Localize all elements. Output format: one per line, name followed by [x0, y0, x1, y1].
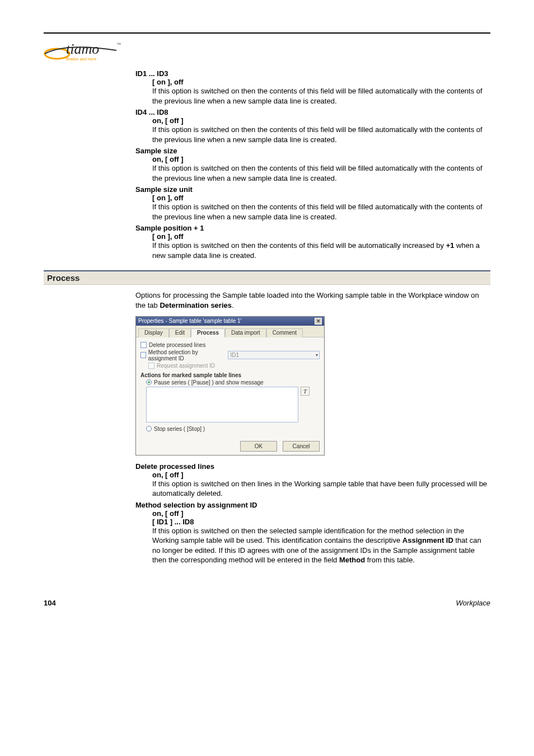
checkbox-delete-label: Delete processed lines — [149, 342, 205, 348]
def-term-sample-size-unit: Sample size unit — [135, 185, 490, 194]
radio-stop-series[interactable] — [146, 426, 152, 431]
tab-display[interactable]: Display — [138, 328, 169, 337]
section-heading-process: Process — [44, 270, 490, 285]
def-term-id4-id8: ID4 ... ID8 — [135, 108, 490, 116]
page-footer: 104 Workplace — [44, 599, 490, 607]
def-sub-sample-size-unit: [ on ], off — [152, 194, 490, 202]
msel-post: from this table. — [365, 556, 415, 564]
def-sub-method-selection: on, [ off ] — [152, 509, 490, 518]
dialog-body: Delete processed lines Method selection … — [136, 337, 324, 438]
checkbox-delete-processed[interactable] — [140, 342, 147, 348]
def-body-delete-processed: If this option is switched on then lines… — [152, 479, 490, 499]
logo-tm: ™ — [116, 42, 121, 47]
def-body-sample-size-unit: If this option is switched on then the c… — [152, 202, 490, 222]
dropdown-value: ID1 — [231, 352, 240, 358]
logo-tagline: titration and more — [66, 57, 97, 61]
radio-pause-series[interactable] — [146, 379, 152, 385]
chevron-down-icon: ▾ — [316, 353, 318, 358]
logo-text: tiamo — [66, 41, 99, 57]
def-term-id1-id3: ID1 ... ID3 — [135, 69, 490, 78]
def-sub-sample-size: on, [ off ] — [152, 155, 490, 163]
cancel-button[interactable]: Cancel — [283, 441, 320, 452]
pause-message-textarea[interactable] — [146, 387, 298, 422]
tab-process[interactable]: Process — [191, 328, 225, 337]
close-icon[interactable]: ✕ — [315, 318, 322, 325]
radio-pause-label: Pause series ( [Pause] ) and show messag… — [154, 379, 264, 386]
process-intro-post: . — [232, 301, 234, 309]
def-sub2-method-selection: [ ID1 ] ... ID8 — [152, 518, 490, 526]
def-body-id1-id3: If this option is switched on then the c… — [152, 86, 490, 106]
def-term-method-selection: Method selection by assignment ID — [135, 501, 490, 509]
def-sub-id1-id3: [ on ], off — [152, 78, 490, 86]
tab-comment[interactable]: Comment — [266, 328, 303, 337]
def-body-bold: +1 — [446, 241, 455, 250]
def-term-sample-position: Sample position + 1 — [135, 224, 490, 232]
properties-dialog: Properties - Sample table 'sample table … — [135, 316, 325, 456]
dialog-titlebar: Properties - Sample table 'sample table … — [136, 317, 324, 326]
process-intro: Options for processing the Sample table … — [135, 290, 490, 310]
checkbox-request-assignment — [148, 363, 154, 369]
checkbox-method-label: Method selection by assignment ID — [148, 349, 223, 361]
radio-stop-label: Stop series ( [Stop] ) — [154, 426, 205, 432]
def-body-sample-size: If this option is switched on then the c… — [152, 163, 490, 183]
dialog-tabs: Display Edit Process Data import Comment — [136, 326, 324, 337]
checkbox-request-label: Request assignment ID — [157, 363, 215, 369]
process-intro-bold: Determination series — [160, 301, 232, 309]
def-body-sample-position: If this option is switched on then the c… — [152, 241, 490, 260]
assignment-id-dropdown[interactable]: ID1 ▾ — [228, 351, 320, 359]
group-actions-label: Actions for marked sample table lines — [140, 372, 320, 378]
tab-edit[interactable]: Edit — [169, 328, 191, 337]
def-sub-sample-position: [ on ], off — [152, 232, 490, 241]
def-body-id4-id8: If this option is switched on then the c… — [152, 125, 490, 144]
italic-format-button[interactable]: T — [301, 387, 310, 396]
msel-bold2: Method — [339, 556, 365, 564]
page-number: 104 — [44, 599, 56, 607]
msel-bold1: Assignment ID — [402, 536, 453, 544]
tab-data-import[interactable]: Data import — [225, 328, 266, 337]
brand-logo: tiamo ™ titration and more — [44, 37, 490, 62]
def-body-method-selection: If this option is switched on then the s… — [152, 526, 490, 565]
def-sub-delete-processed: on, [ off ] — [152, 471, 490, 479]
checkbox-method-selection[interactable] — [140, 352, 146, 358]
def-term-delete-processed: Delete processed lines — [135, 462, 490, 471]
def-term-sample-size: Sample size — [135, 147, 490, 155]
page-location: Workplace — [456, 599, 490, 607]
def-body-pre: If this option is switched on then the c… — [152, 241, 446, 250]
dialog-title-text: Properties - Sample table 'sample table … — [138, 318, 241, 324]
top-rule — [44, 32, 490, 34]
ok-button[interactable]: OK — [240, 441, 277, 452]
radio-dot-icon — [148, 381, 150, 383]
def-sub-id4-id8: on, [ off ] — [152, 116, 490, 125]
tiamo-logo-svg: tiamo ™ titration and more — [44, 37, 133, 62]
